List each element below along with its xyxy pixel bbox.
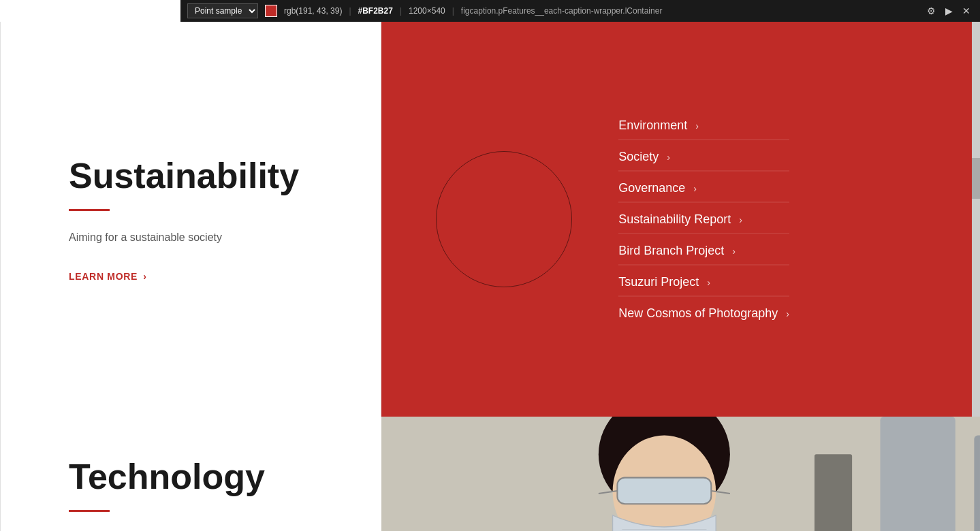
nav-link-chevron-new-cosmos: › — [786, 308, 789, 319]
sustainability-right-panel: Environment›Society›Governance›Sustainab… — [381, 22, 980, 417]
scrollbar[interactable] — [972, 22, 980, 417]
close-button[interactable]: ✕ — [960, 4, 973, 18]
toolbar-icons: ⚙ ▶ ✕ — [924, 4, 973, 18]
learn-more-link[interactable]: LEARN MORE › — [69, 271, 326, 282]
nav-link-society[interactable]: Society› — [618, 143, 789, 172]
sustainability-section: Sustainability Aiming for a sustainable … — [0, 22, 980, 417]
nav-link-label-tsuzuri: Tsuzuri Project — [618, 275, 699, 289]
element-path: figcaption.pFeatures__each-caption-wrapp… — [461, 6, 917, 16]
technology-section: Technology Looking to Solve Social Probl… — [0, 417, 980, 531]
nav-link-label-bird-branch: Bird Branch Project — [618, 244, 724, 258]
nav-link-chevron-bird-branch: › — [732, 245, 736, 256]
dimensions: 1200×540 — [409, 6, 445, 16]
color-swatch — [265, 5, 277, 17]
nav-link-new-cosmos[interactable]: New Cosmos of Photography› — [618, 300, 789, 327]
sustainability-title: Sustainability — [69, 157, 326, 195]
settings-button[interactable]: ⚙ — [924, 4, 938, 18]
circle-container — [436, 151, 572, 287]
nav-link-label-society: Society — [618, 150, 659, 164]
nav-links: Environment›Society›Governance›Sustainab… — [618, 112, 789, 327]
svg-rect-2 — [974, 436, 980, 531]
color-hex: #BF2B27 — [358, 6, 393, 16]
learn-more-chevron-icon: › — [143, 271, 146, 282]
sustainability-left-panel: Sustainability Aiming for a sustainable … — [0, 22, 381, 417]
nav-link-label-environment: Environment — [618, 118, 687, 133]
nav-link-chevron-tsuzuri: › — [707, 276, 710, 287]
nav-link-tsuzuri[interactable]: Tsuzuri Project› — [618, 268, 789, 297]
learn-more-label: LEARN MORE — [69, 271, 138, 282]
svg-rect-1 — [880, 417, 955, 531]
page-content: Sustainability Aiming for a sustainable … — [0, 22, 980, 531]
technology-title-underline — [69, 510, 110, 512]
technology-image — [381, 417, 980, 531]
nav-link-chevron-sustainability-report: › — [739, 214, 742, 225]
crosshair-square — [498, 213, 510, 225]
nav-link-label-new-cosmos: New Cosmos of Photography — [618, 306, 778, 321]
scrollbar-thumb[interactable] — [972, 158, 980, 199]
nav-link-chevron-society: › — [667, 151, 670, 162]
nav-link-sustainability-report[interactable]: Sustainability Report› — [618, 206, 789, 234]
svg-rect-3 — [815, 454, 852, 531]
sustainability-subtitle: Aiming for a sustainable society — [69, 231, 326, 244]
nav-link-bird-branch[interactable]: Bird Branch Project› — [618, 237, 789, 266]
nav-link-chevron-governance: › — [693, 182, 697, 193]
technology-image-svg — [381, 417, 980, 531]
dev-toolbar: Point sample rgb(191, 43, 39) | #BF2B27 … — [180, 0, 980, 22]
color-rgb: rgb(191, 43, 39) — [284, 6, 342, 16]
nav-link-label-sustainability-report: Sustainability Report — [618, 212, 731, 227]
nav-link-chevron-environment: › — [695, 120, 699, 131]
sustainability-title-underline — [69, 209, 110, 211]
nav-link-environment[interactable]: Environment› — [618, 112, 789, 140]
circle-outline — [436, 151, 572, 287]
technology-right-panel — [381, 417, 980, 531]
nav-link-governance[interactable]: Governance› — [618, 174, 789, 203]
technology-left-panel: Technology Looking to Solve Social Probl… — [0, 417, 381, 531]
nav-link-label-governance: Governance — [618, 181, 685, 195]
svg-rect-6 — [617, 478, 711, 504]
play-button[interactable]: ▶ — [943, 4, 955, 18]
technology-title: Technology — [69, 457, 327, 496]
sample-mode-select[interactable]: Point sample — [187, 3, 258, 18]
